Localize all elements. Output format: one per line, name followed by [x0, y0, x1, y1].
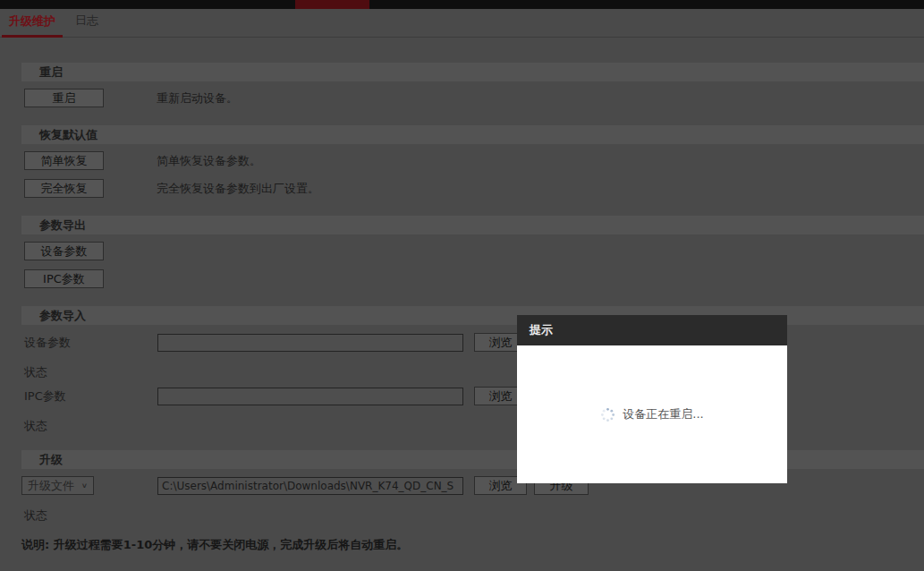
top-bar: [0, 0, 924, 9]
section-title: 重启: [39, 64, 63, 81]
import-ipc-params-label: IPC参数: [24, 388, 157, 405]
chevron-down-icon: ∨: [81, 482, 88, 490]
full-restore-button[interactable]: 完全恢复: [24, 179, 104, 198]
tab-strip: 升级维护 日志: [0, 9, 924, 38]
section-title: 升级: [39, 452, 63, 468]
upgrade-file-path-input[interactable]: [157, 477, 463, 495]
restart-description: 重新启动设备。: [157, 90, 238, 107]
upgrade-note: 说明: 升级过程需要1-10分钟，请不要关闭电源，完成升级后将自动重启。: [21, 537, 924, 553]
upgrade-file-type-value: 升级文件: [28, 478, 74, 494]
restart-button[interactable]: 重启: [24, 89, 104, 107]
export-ipc-params-button[interactable]: IPC参数: [24, 269, 104, 288]
section-header-restart: 重启: [21, 63, 924, 81]
tab-upgrade-maintenance[interactable]: 升级维护: [2, 13, 63, 38]
simple-restore-description: 简单恢复设备参数。: [157, 153, 261, 169]
import-ipc-params-input[interactable]: [157, 388, 463, 405]
import-device-params-input[interactable]: [157, 334, 463, 352]
upgrade-status-label: 状态: [24, 507, 924, 522]
import-ipc-params-status-label: 状态: [24, 418, 924, 432]
prompt-dialog-message: 设备正在重启...: [623, 406, 703, 422]
import-device-params-status-label: 状态: [24, 364, 924, 379]
section-header-param-import: 参数导入: [21, 306, 924, 325]
section-header-upgrade: 升级: [21, 450, 924, 469]
section-header-restore-defaults: 恢复默认值: [21, 125, 924, 144]
section-title: 参数导入: [39, 308, 86, 324]
import-device-params-label: 设备参数: [24, 335, 157, 351]
full-restore-description: 完全恢复设备参数到出厂设置。: [157, 181, 319, 197]
upgrade-file-type-select[interactable]: 升级文件 ∨: [21, 476, 94, 495]
loading-spinner-icon: [600, 407, 615, 422]
section-title: 恢复默认值: [39, 127, 97, 143]
section-header-param-export: 参数导出: [21, 216, 924, 234]
prompt-dialog: 提示 设备正在重启...: [517, 315, 787, 483]
prompt-dialog-title: 提示: [530, 322, 553, 338]
prompt-dialog-header: 提示: [517, 315, 787, 345]
prompt-dialog-body: 设备正在重启...: [517, 345, 787, 483]
export-device-params-button[interactable]: 设备参数: [24, 242, 104, 260]
simple-restore-button[interactable]: 简单恢复: [24, 151, 104, 170]
tab-log[interactable]: 日志: [68, 13, 106, 37]
top-bar-accent: [295, 0, 369, 9]
section-title: 参数导出: [39, 217, 86, 234]
